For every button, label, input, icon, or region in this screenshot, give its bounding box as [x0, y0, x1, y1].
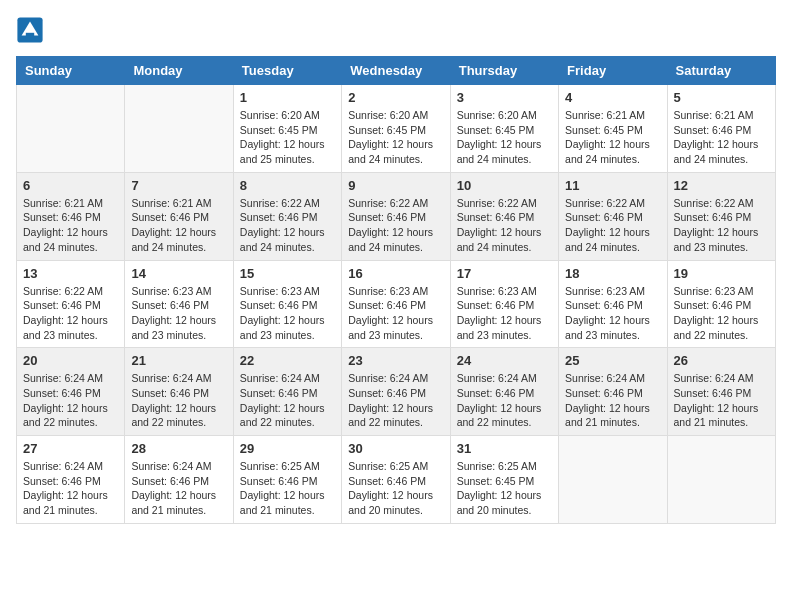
day-number: 29	[240, 441, 335, 456]
day-number: 18	[565, 266, 660, 281]
calendar-cell: 21Sunrise: 6:24 AM Sunset: 6:46 PM Dayli…	[125, 348, 233, 436]
calendar-cell: 23Sunrise: 6:24 AM Sunset: 6:46 PM Dayli…	[342, 348, 450, 436]
calendar-cell	[667, 436, 775, 524]
calendar-week-row: 20Sunrise: 6:24 AM Sunset: 6:46 PM Dayli…	[17, 348, 776, 436]
day-number: 20	[23, 353, 118, 368]
day-number: 22	[240, 353, 335, 368]
logo	[16, 16, 46, 44]
day-number: 1	[240, 90, 335, 105]
day-info: Sunrise: 6:23 AM Sunset: 6:46 PM Dayligh…	[457, 284, 552, 343]
calendar-cell: 1Sunrise: 6:20 AM Sunset: 6:45 PM Daylig…	[233, 85, 341, 173]
day-info: Sunrise: 6:24 AM Sunset: 6:46 PM Dayligh…	[674, 371, 769, 430]
logo-icon	[16, 16, 44, 44]
day-info: Sunrise: 6:21 AM Sunset: 6:46 PM Dayligh…	[131, 196, 226, 255]
day-info: Sunrise: 6:24 AM Sunset: 6:46 PM Dayligh…	[565, 371, 660, 430]
day-info: Sunrise: 6:23 AM Sunset: 6:46 PM Dayligh…	[674, 284, 769, 343]
calendar-cell: 3Sunrise: 6:20 AM Sunset: 6:45 PM Daylig…	[450, 85, 558, 173]
weekday-header: Thursday	[450, 57, 558, 85]
day-number: 9	[348, 178, 443, 193]
calendar-cell: 22Sunrise: 6:24 AM Sunset: 6:46 PM Dayli…	[233, 348, 341, 436]
day-info: Sunrise: 6:20 AM Sunset: 6:45 PM Dayligh…	[240, 108, 335, 167]
calendar-cell: 2Sunrise: 6:20 AM Sunset: 6:45 PM Daylig…	[342, 85, 450, 173]
day-info: Sunrise: 6:21 AM Sunset: 6:46 PM Dayligh…	[23, 196, 118, 255]
svg-rect-2	[26, 33, 34, 39]
calendar-cell: 9Sunrise: 6:22 AM Sunset: 6:46 PM Daylig…	[342, 172, 450, 260]
day-info: Sunrise: 6:25 AM Sunset: 6:45 PM Dayligh…	[457, 459, 552, 518]
weekday-header: Monday	[125, 57, 233, 85]
calendar-cell: 11Sunrise: 6:22 AM Sunset: 6:46 PM Dayli…	[559, 172, 667, 260]
day-number: 10	[457, 178, 552, 193]
day-info: Sunrise: 6:23 AM Sunset: 6:46 PM Dayligh…	[348, 284, 443, 343]
calendar-cell: 17Sunrise: 6:23 AM Sunset: 6:46 PM Dayli…	[450, 260, 558, 348]
day-number: 24	[457, 353, 552, 368]
calendar-week-row: 1Sunrise: 6:20 AM Sunset: 6:45 PM Daylig…	[17, 85, 776, 173]
day-number: 31	[457, 441, 552, 456]
page-header	[16, 16, 776, 44]
day-info: Sunrise: 6:24 AM Sunset: 6:46 PM Dayligh…	[131, 459, 226, 518]
day-info: Sunrise: 6:24 AM Sunset: 6:46 PM Dayligh…	[131, 371, 226, 430]
calendar-week-row: 27Sunrise: 6:24 AM Sunset: 6:46 PM Dayli…	[17, 436, 776, 524]
day-number: 17	[457, 266, 552, 281]
weekday-header: Saturday	[667, 57, 775, 85]
day-info: Sunrise: 6:22 AM Sunset: 6:46 PM Dayligh…	[565, 196, 660, 255]
calendar-cell: 13Sunrise: 6:22 AM Sunset: 6:46 PM Dayli…	[17, 260, 125, 348]
calendar-cell	[125, 85, 233, 173]
day-number: 23	[348, 353, 443, 368]
day-number: 7	[131, 178, 226, 193]
day-info: Sunrise: 6:24 AM Sunset: 6:46 PM Dayligh…	[23, 371, 118, 430]
day-number: 25	[565, 353, 660, 368]
calendar-cell: 20Sunrise: 6:24 AM Sunset: 6:46 PM Dayli…	[17, 348, 125, 436]
day-info: Sunrise: 6:22 AM Sunset: 6:46 PM Dayligh…	[457, 196, 552, 255]
day-number: 26	[674, 353, 769, 368]
day-info: Sunrise: 6:22 AM Sunset: 6:46 PM Dayligh…	[240, 196, 335, 255]
day-number: 12	[674, 178, 769, 193]
calendar-cell	[17, 85, 125, 173]
day-info: Sunrise: 6:21 AM Sunset: 6:45 PM Dayligh…	[565, 108, 660, 167]
day-number: 6	[23, 178, 118, 193]
calendar-cell: 14Sunrise: 6:23 AM Sunset: 6:46 PM Dayli…	[125, 260, 233, 348]
calendar-cell: 8Sunrise: 6:22 AM Sunset: 6:46 PM Daylig…	[233, 172, 341, 260]
day-number: 5	[674, 90, 769, 105]
calendar-cell: 31Sunrise: 6:25 AM Sunset: 6:45 PM Dayli…	[450, 436, 558, 524]
day-number: 16	[348, 266, 443, 281]
day-info: Sunrise: 6:23 AM Sunset: 6:46 PM Dayligh…	[131, 284, 226, 343]
day-info: Sunrise: 6:22 AM Sunset: 6:46 PM Dayligh…	[23, 284, 118, 343]
calendar-cell: 6Sunrise: 6:21 AM Sunset: 6:46 PM Daylig…	[17, 172, 125, 260]
calendar-table: SundayMondayTuesdayWednesdayThursdayFrid…	[16, 56, 776, 524]
day-number: 2	[348, 90, 443, 105]
calendar-header-row: SundayMondayTuesdayWednesdayThursdayFrid…	[17, 57, 776, 85]
day-info: Sunrise: 6:23 AM Sunset: 6:46 PM Dayligh…	[565, 284, 660, 343]
day-number: 30	[348, 441, 443, 456]
weekday-header: Sunday	[17, 57, 125, 85]
calendar-cell	[559, 436, 667, 524]
day-info: Sunrise: 6:23 AM Sunset: 6:46 PM Dayligh…	[240, 284, 335, 343]
calendar-cell: 12Sunrise: 6:22 AM Sunset: 6:46 PM Dayli…	[667, 172, 775, 260]
day-number: 8	[240, 178, 335, 193]
day-info: Sunrise: 6:22 AM Sunset: 6:46 PM Dayligh…	[348, 196, 443, 255]
weekday-header: Tuesday	[233, 57, 341, 85]
calendar-cell: 15Sunrise: 6:23 AM Sunset: 6:46 PM Dayli…	[233, 260, 341, 348]
calendar-cell: 28Sunrise: 6:24 AM Sunset: 6:46 PM Dayli…	[125, 436, 233, 524]
day-number: 13	[23, 266, 118, 281]
day-info: Sunrise: 6:22 AM Sunset: 6:46 PM Dayligh…	[674, 196, 769, 255]
day-number: 14	[131, 266, 226, 281]
day-number: 21	[131, 353, 226, 368]
day-info: Sunrise: 6:25 AM Sunset: 6:46 PM Dayligh…	[348, 459, 443, 518]
weekday-header: Friday	[559, 57, 667, 85]
day-number: 15	[240, 266, 335, 281]
day-number: 19	[674, 266, 769, 281]
calendar-cell: 4Sunrise: 6:21 AM Sunset: 6:45 PM Daylig…	[559, 85, 667, 173]
day-info: Sunrise: 6:24 AM Sunset: 6:46 PM Dayligh…	[348, 371, 443, 430]
day-number: 28	[131, 441, 226, 456]
day-info: Sunrise: 6:24 AM Sunset: 6:46 PM Dayligh…	[23, 459, 118, 518]
day-info: Sunrise: 6:24 AM Sunset: 6:46 PM Dayligh…	[457, 371, 552, 430]
calendar-cell: 19Sunrise: 6:23 AM Sunset: 6:46 PM Dayli…	[667, 260, 775, 348]
calendar-cell: 10Sunrise: 6:22 AM Sunset: 6:46 PM Dayli…	[450, 172, 558, 260]
calendar-cell: 30Sunrise: 6:25 AM Sunset: 6:46 PM Dayli…	[342, 436, 450, 524]
day-number: 11	[565, 178, 660, 193]
calendar-cell: 18Sunrise: 6:23 AM Sunset: 6:46 PM Dayli…	[559, 260, 667, 348]
calendar-week-row: 6Sunrise: 6:21 AM Sunset: 6:46 PM Daylig…	[17, 172, 776, 260]
calendar-cell: 25Sunrise: 6:24 AM Sunset: 6:46 PM Dayli…	[559, 348, 667, 436]
calendar-cell: 29Sunrise: 6:25 AM Sunset: 6:46 PM Dayli…	[233, 436, 341, 524]
day-info: Sunrise: 6:20 AM Sunset: 6:45 PM Dayligh…	[348, 108, 443, 167]
